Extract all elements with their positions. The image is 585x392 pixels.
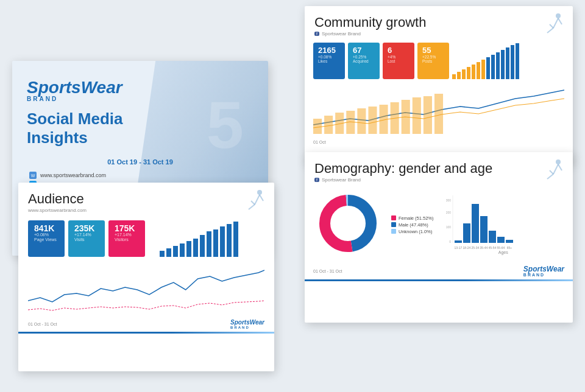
svg-rect-34	[511, 45, 514, 79]
metric-lost: 6 +4% Lost	[383, 43, 414, 79]
metric-page-views-change: +0.08%	[34, 233, 58, 237]
metric-lost-label: Lost	[388, 59, 410, 63]
audience-metrics: 841K +0.08% Page Views 235K +17.14% Visi…	[18, 215, 274, 262]
cover-brand-logo: SportsWear BRAND	[27, 79, 254, 102]
svg-rect-38	[335, 113, 344, 134]
audience-footer-brand-sub: BRAND	[230, 326, 264, 329]
svg-line-1	[255, 195, 260, 205]
svg-text:300: 300	[445, 198, 451, 202]
svg-rect-26	[472, 65, 475, 79]
svg-rect-30	[491, 55, 495, 79]
metric-lost-change: +4%	[388, 55, 410, 59]
legend-male-label: Male (47.48%)	[399, 222, 428, 228]
audience-line-svg	[28, 264, 264, 319]
svg-rect-23	[457, 72, 461, 79]
metric-likes-change: +0.08%	[318, 55, 340, 59]
metric-visitors-label: Visitors	[115, 237, 139, 242]
svg-line-2	[249, 205, 255, 209]
demo-subtitle: f Sportswear Brand	[314, 177, 563, 183]
svg-rect-10	[193, 239, 198, 257]
link-web: W www.sportswearbrand.com	[29, 172, 251, 179]
demo-brand-name: SportsWear	[523, 265, 564, 273]
legend-female-dot	[391, 215, 396, 220]
svg-rect-16	[233, 222, 238, 257]
svg-rect-7	[173, 246, 178, 257]
svg-rect-5	[160, 251, 165, 257]
legend-female: Female (51.52%)	[391, 215, 434, 221]
metric-page-views-value: 841K	[34, 224, 58, 233]
audience-footer-brand-name: SportsWear	[230, 319, 264, 326]
demo-runner-icon	[537, 158, 564, 185]
svg-text:100: 100	[445, 225, 451, 229]
svg-rect-45	[413, 97, 421, 134]
metric-likes: 2165 +0.08% Likes	[313, 43, 345, 79]
demo-footer-brand: SportsWear BRAND	[523, 265, 564, 277]
legend-unknown-dot	[391, 229, 396, 234]
svg-rect-59	[463, 223, 470, 243]
demo-title: Demography: gender and age	[314, 161, 563, 177]
metric-acquired-label: Acquired	[353, 59, 375, 63]
svg-rect-62	[489, 231, 496, 243]
metric-lost-value: 6	[388, 46, 410, 55]
svg-line-20	[550, 24, 553, 28]
svg-rect-13	[213, 229, 218, 257]
svg-point-56	[332, 207, 364, 240]
demo-charts: Female (51.52%) Male (47.48%) Unknown (1…	[305, 185, 573, 264]
svg-text:13-17: 13-17	[454, 246, 462, 250]
legend-male: Male (47.48%)	[391, 222, 434, 228]
legend-unknown: Unknown (1.0%)	[391, 229, 434, 234]
svg-rect-40	[357, 108, 366, 134]
metric-acquired-value: 67	[353, 46, 375, 55]
community-date: 01 Oct	[313, 140, 326, 144]
svg-rect-63	[497, 237, 505, 243]
svg-line-4	[260, 195, 263, 201]
cover-title: Social MediaInsights	[27, 110, 254, 147]
link-web-label: www.sportswearbrand.com	[40, 172, 106, 178]
svg-rect-28	[481, 60, 485, 79]
demo-subtitle-text: Sportswear Brand	[322, 177, 361, 183]
svg-line-3	[251, 201, 255, 205]
svg-rect-25	[467, 67, 470, 79]
community-subtitle-text: Sportswear Brand	[322, 31, 361, 37]
donut-svg	[314, 190, 381, 257]
audience-title: Audience	[28, 191, 264, 207]
svg-text:65+: 65+	[506, 246, 512, 250]
demo-footer: 01 Oct - 31 Oct SportsWear BRAND	[305, 264, 573, 279]
svg-line-21	[558, 18, 562, 24]
metric-likes-value: 2165	[318, 46, 340, 55]
metric-likes-label: Likes	[318, 59, 340, 63]
svg-text:55-64: 55-64	[497, 246, 505, 250]
community-title: Community growth	[314, 15, 563, 30]
metric-posts-label: Posts	[422, 59, 444, 63]
svg-text:45-54: 45-54	[488, 246, 496, 250]
fb-badge: f	[314, 32, 319, 36]
metric-posts-value: 55	[422, 46, 444, 55]
age-bars-svg: 13-17 18-24 25-34 35-44 45-54 55-64 65+ …	[444, 195, 529, 250]
svg-rect-61	[480, 216, 488, 243]
web-icon: W	[29, 172, 37, 179]
svg-text:35-44: 35-44	[480, 246, 488, 250]
metric-visitors-change: +17.14%	[115, 233, 139, 237]
metric-posts: 55 +22.5% Posts	[417, 43, 449, 79]
demo-blue-bar	[305, 279, 573, 281]
svg-rect-8	[180, 243, 185, 257]
svg-rect-6	[166, 248, 171, 257]
svg-rect-14	[220, 226, 225, 257]
svg-rect-12	[207, 231, 211, 257]
metric-page-views-label: Page Views	[34, 237, 58, 242]
svg-line-50	[547, 174, 553, 179]
audience-blue-bar	[18, 332, 274, 334]
slide-demography: Demography: gender and age f Sportswear …	[305, 152, 573, 323]
svg-point-48	[556, 159, 561, 164]
donut-chart	[314, 190, 381, 259]
legend-unknown-label: Unknown (1.0%)	[399, 229, 432, 234]
svg-rect-9	[186, 241, 191, 257]
svg-rect-32	[501, 50, 505, 79]
donut-legend: Female (51.52%) Male (47.48%) Unknown (1…	[391, 214, 434, 236]
slide-community: Community growth f Sportswear Brand 2165…	[305, 6, 573, 164]
cover-brand-sub: BRAND	[27, 96, 254, 102]
svg-rect-44	[402, 100, 410, 134]
age-label: Ages	[444, 250, 563, 254]
cover-brand-name: SportsWear	[27, 79, 254, 96]
svg-point-0	[257, 190, 262, 195]
